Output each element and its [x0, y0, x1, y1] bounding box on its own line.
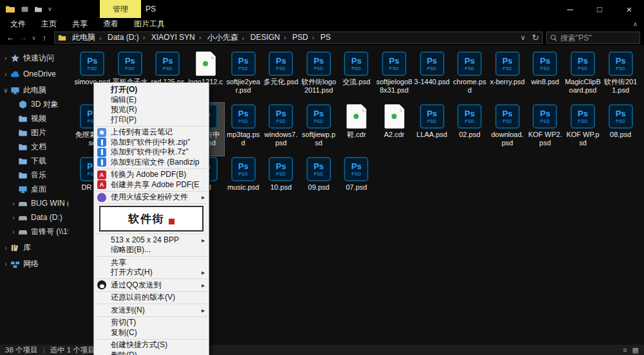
sidebar-item-network[interactable]: › 网络 [0, 257, 68, 271]
sidebar-item-quick-access[interactable]: › 快速访问 [0, 51, 68, 65]
menu-item[interactable]: 缩略图(B)... ▸ [94, 245, 209, 255]
contextual-tab-manage[interactable]: 管理 [100, 0, 141, 18]
file-item[interactable]: Ps PSD KOF WP2.psd [526, 103, 564, 156]
menu-item[interactable]: 添加到"软件街中秋.zip" ▸ [94, 138, 209, 148]
file-item[interactable]: Ps PSD 3-1440.psd [413, 50, 451, 103]
breadcrumb-item[interactable]: 此电脑› [70, 32, 103, 43]
file-item[interactable]: Ps PSD 软件街2011.psd [601, 50, 639, 103]
properties-icon[interactable] [21, 5, 29, 14]
ribbon-tab[interactable]: 主页 [33, 19, 64, 30]
up-button[interactable]: ↑ [38, 33, 51, 42]
file-item[interactable]: Ps PSD 鞋.cdr [337, 103, 375, 156]
new-folder-icon[interactable] [34, 5, 43, 14]
maximize-button[interactable]: □ [585, 0, 614, 18]
file-item[interactable]: Ps PSD win8.psd [526, 50, 564, 103]
ribbon-collapse-chevron-icon[interactable]: ∧ [633, 21, 638, 28]
menu-item[interactable]: 添加到压缩文件 (Bandizip)(B)... ▸ [94, 158, 209, 168]
expander-chevron-icon[interactable]: › [3, 55, 9, 62]
search-input[interactable] [560, 33, 636, 42]
breadcrumb-item[interactable]: PS› [318, 33, 334, 42]
menu-item[interactable]: 创建快捷方式(S) ▸ [94, 340, 209, 350]
menu-item[interactable]: 共享 ▸ [94, 258, 209, 268]
menu-item[interactable]: 通过QQ发送到 ▸ [94, 280, 209, 291]
sidebar-item-drive-d[interactable]: › Data (D:) [0, 210, 68, 224]
file-item[interactable]: Ps PSD x-berry.psd [489, 50, 527, 103]
file-item[interactable]: Ps PSD softjielogo88x31.psd [375, 50, 413, 103]
sidebar-item-downloads[interactable]: 下载 [0, 154, 68, 168]
file-item[interactable]: Ps PSD A2.cdr [375, 103, 413, 156]
expander-chevron-icon[interactable]: › [3, 71, 9, 78]
menu-item[interactable]: 预览(R) ▸ [94, 105, 209, 115]
sidebar-item-drive-c[interactable]: › BUG WIN (C:) [0, 196, 68, 210]
file-item[interactable]: Ps PSD 10.psd [262, 156, 300, 208]
customize-qat-chevron-icon[interactable]: ∨ [48, 6, 52, 12]
breadcrumb-item[interactable]: XIAOYI SYN› [149, 33, 203, 42]
history-chevron-icon[interactable]: ∨ [30, 35, 38, 41]
close-button[interactable]: × [614, 0, 644, 18]
file-item[interactable]: Ps PSD music.psd [224, 156, 262, 208]
file-item[interactable]: Ps PSD chrome.psd [451, 50, 489, 103]
menu-item[interactable]: 添加到"软件街中秋.7z" ▸ [94, 147, 209, 158]
menu-item[interactable]: 编辑(E) ▸ [94, 95, 209, 105]
sidebar-item-3d-objects[interactable]: 3D 对象 [0, 97, 68, 111]
address-bar[interactable]: 此电脑› Data (D:)› XIAOYI SYN› 小小先森› DESIGN… [54, 32, 543, 44]
sidebar-item-libraries[interactable]: › 库 [0, 241, 68, 255]
menu-item[interactable]: 发送到(N) ▸ [94, 305, 209, 316]
file-item[interactable]: Ps PSD mp3tag.psd [224, 103, 262, 156]
menu-item[interactable]: 转换为 Adobe PDF(B) ▸ [94, 170, 209, 180]
menu-item[interactable]: 打开方式(H) ▸ [94, 268, 209, 278]
breadcrumb-item[interactable]: PSD› [290, 33, 316, 42]
file-item[interactable]: Ps PSD 07.psd [337, 156, 375, 208]
sidebar-item-videos[interactable]: 视频 [0, 111, 68, 125]
file-item[interactable]: Ps PSD 02.psd [451, 103, 489, 156]
address-dropdown-chevron-icon[interactable]: ∨ [520, 33, 526, 42]
forward-button[interactable]: → [17, 33, 30, 42]
bandizip-icon [97, 158, 106, 167]
breadcrumb-item[interactable]: 小小先森› [205, 32, 246, 43]
minimize-button[interactable]: ─ [555, 0, 585, 18]
file-item[interactable]: Ps PSD 08.psd [601, 103, 639, 156]
file-item[interactable]: Ps PSD KOF WP.psd [564, 103, 602, 156]
menu-item[interactable]: 513 x 205 x 24 BPP ▸ [94, 235, 209, 246]
list-view-button[interactable]: ≡ [623, 346, 627, 354]
thumbnail-view-button[interactable]: ▦ [632, 346, 639, 354]
breadcrumb-item[interactable]: DESIGN› [248, 33, 288, 42]
file-item[interactable]: Ps PSD 交流.psd [337, 50, 375, 103]
file-label: win8.psd [527, 78, 563, 86]
file-item[interactable]: Ps PSD download.psd [489, 103, 527, 156]
menu-item[interactable]: 使用火绒安全粉碎文件 ▸ [94, 192, 209, 203]
sidebar-item-network-drive[interactable]: › 雷锋哥 (\\192.16 [0, 224, 68, 239]
file-item[interactable]: Ps PSD MagicClipBoard.psd [564, 50, 602, 103]
refresh-icon[interactable]: ↻ [532, 33, 539, 42]
breadcrumb-item[interactable]: Data (D:)› [105, 33, 146, 42]
menu-item[interactable]: 剪切(T) ▸ [94, 318, 209, 328]
sidebar-item-onedrive[interactable]: › OneDrive [0, 67, 68, 81]
sidebar-item-this-pc[interactable]: ∨ 此电脑 [0, 83, 68, 97]
menu-item[interactable]: 还原以前的版本(V) ▸ [94, 293, 209, 303]
file-item[interactable]: Ps PSD softjie2year.psd [224, 50, 262, 103]
menu-item[interactable]: 打印(P) ▸ [94, 115, 209, 125]
file-item[interactable]: Ps PSD 09.psd [300, 156, 338, 208]
file-item[interactable]: Ps PSD softjiewp.psd [300, 103, 338, 156]
ribbon-tab[interactable]: 共享 [64, 19, 95, 30]
file-item[interactable]: Ps PSD 多元化.psd [262, 50, 300, 103]
sidebar-item-desktop[interactable]: 桌面 [0, 182, 68, 196]
menu-item[interactable]: 上传到有道云笔记 ▸ [94, 127, 209, 138]
ribbon-tab[interactable]: 查看 [95, 19, 126, 30]
sidebar-item-music[interactable]: 音乐 [0, 168, 68, 182]
ribbon-tab[interactable]: 文件 [3, 19, 33, 30]
ribbon-tab[interactable]: 图片工具 [126, 19, 173, 30]
file-item[interactable]: Ps PSD 软件街logo2011.psd [300, 50, 338, 103]
sidebar-item-documents[interactable]: 文档 [0, 140, 68, 154]
sidebar-item-pictures[interactable]: 图片 [0, 125, 68, 140]
menu-item[interactable]: 复制(C) ▸ [94, 328, 209, 338]
menu-item[interactable]: 打开(O) ▸ [94, 85, 209, 95]
menu-item[interactable]: 删除(D) ▸ [94, 350, 209, 355]
back-button[interactable]: ← [4, 33, 17, 42]
file-item[interactable]: Ps PSD windows7.psd [262, 103, 300, 156]
menu-item[interactable]: 创建并共享 Adobe PDF(E) ▸ [94, 180, 209, 190]
file-item[interactable]: Ps PSD LLAA.psd [413, 103, 451, 156]
expander-chevron-icon[interactable]: ∨ [3, 87, 9, 94]
coreldraw-mark [392, 114, 397, 119]
breadcrumb-chevron-icon: › [311, 33, 316, 41]
